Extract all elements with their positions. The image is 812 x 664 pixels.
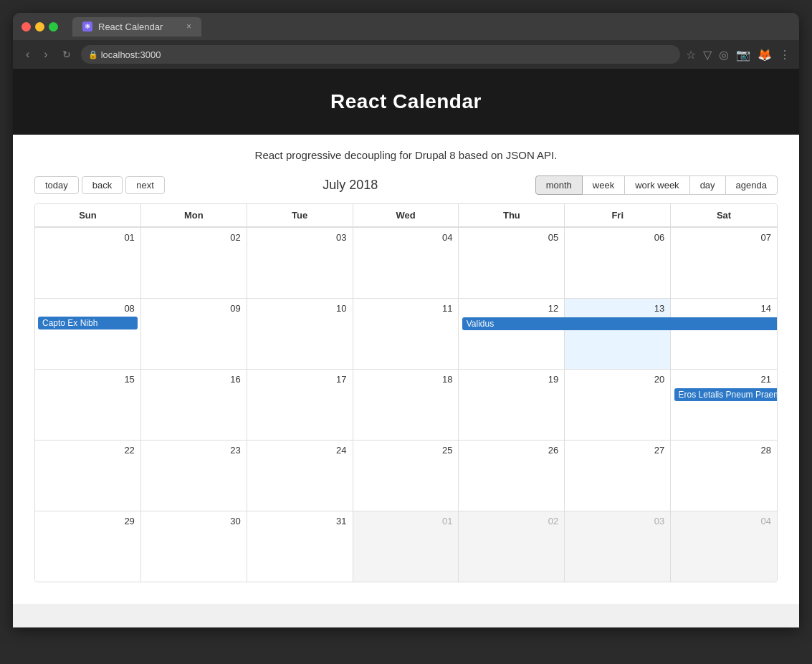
back-nav-button[interactable]: back	[82, 176, 123, 194]
cell-jul-02[interactable]: 02	[141, 228, 247, 298]
tab-title: React Calendar	[98, 21, 163, 32]
view-day-button[interactable]: day	[689, 175, 726, 195]
calendar-controls: today back next July 2018 month week wor…	[34, 175, 778, 195]
cell-jul-19[interactable]: 19	[459, 370, 565, 440]
cell-jul-29[interactable]: 29	[35, 511, 141, 582]
back-button[interactable]: ‹	[22, 45, 34, 64]
cell-aug-03[interactable]: 03	[565, 511, 671, 582]
cell-jul-06[interactable]: 06	[565, 228, 671, 298]
toolbar-icons: ☆ ▽ ◎ 📷 🦊 ⋮	[686, 48, 790, 62]
day-header-sun: Sun	[35, 204, 141, 228]
ext-icon-3[interactable]: 📷	[736, 48, 750, 62]
view-agenda-button[interactable]: agenda	[725, 175, 778, 195]
day-header-wed: Wed	[353, 204, 459, 228]
ext-icon-2[interactable]: ◎	[719, 48, 729, 62]
day-header-mon: Mon	[141, 204, 247, 228]
app-title: React Calendar	[34, 90, 778, 113]
refresh-button[interactable]: ↻	[58, 46, 75, 63]
browser-window: ⚛ React Calendar × ‹ › ↻ 🔒 ☆ ▽ ◎ 📷 🦊 ⋮ R…	[13, 13, 799, 627]
app-header: React Calendar	[13, 69, 799, 135]
tab-favicon: ⚛	[82, 21, 92, 32]
cell-aug-04[interactable]: 04	[671, 511, 777, 582]
event-capto-ex-nibh[interactable]: Capto Ex Nibh	[38, 317, 138, 329]
cell-jul-11[interactable]: 11	[353, 299, 459, 369]
cell-jul-28[interactable]: 28	[671, 441, 777, 511]
nav-buttons: today back next	[34, 176, 165, 194]
cell-jul-08[interactable]: 08 Capto Ex Nibh	[35, 299, 141, 369]
menu-icon[interactable]: ⋮	[779, 48, 790, 62]
calendar-week-1: 01 02 03 04 05 06 07	[35, 228, 777, 299]
cell-jul-17[interactable]: 17	[247, 370, 353, 440]
cell-jul-07[interactable]: 07	[671, 228, 777, 298]
cell-jul-04[interactable]: 04	[353, 228, 459, 298]
cell-jul-26[interactable]: 26	[459, 441, 565, 511]
cell-jul-03[interactable]: 03	[247, 228, 353, 298]
next-nav-button[interactable]: next	[125, 176, 165, 194]
minimize-button[interactable]	[35, 22, 44, 32]
calendar-week-5: 29 30 31 01 02 03 04	[35, 511, 777, 582]
tab-close-icon[interactable]: ×	[186, 21, 191, 32]
address-bar[interactable]	[81, 45, 680, 64]
cell-jul-27[interactable]: 27	[565, 441, 671, 511]
browser-toolbar: ‹ › ↻ 🔒 ☆ ▽ ◎ 📷 🦊 ⋮	[13, 40, 799, 69]
browser-titlebar: ⚛ React Calendar ×	[13, 13, 799, 40]
event-validus-start[interactable]: Validus	[462, 317, 778, 330]
cell-jul-14[interactable]: 14	[671, 299, 777, 369]
view-buttons: month week work week day agenda	[536, 175, 778, 195]
cell-jul-30[interactable]: 30	[141, 511, 247, 582]
day-header-fri: Fri	[565, 204, 671, 228]
maximize-button[interactable]	[49, 22, 58, 32]
calendar-week-4: 22 23 24 25 26 27 28	[35, 441, 777, 511]
calendar-week-2: 08 Capto Ex Nibh 09 10 Validus 11	[35, 299, 777, 370]
tab-bar: ⚛ React Calendar ×	[72, 17, 790, 37]
calendar-week-3: 15 16 17 18 Eros Letalis Pneum Praemitto…	[35, 370, 777, 441]
ext-icon-1[interactable]: ▽	[703, 48, 712, 62]
cell-jul-20[interactable]: 20	[565, 370, 671, 440]
ext-icon-4[interactable]: 🦊	[758, 48, 772, 62]
subtitle: React progressive decoupling for Drupal …	[34, 149, 778, 161]
today-button[interactable]: today	[34, 176, 79, 194]
cell-jul-23[interactable]: 23	[141, 441, 247, 511]
cell-jul-09[interactable]: 09	[141, 299, 247, 369]
day-header-tue: Tue	[247, 204, 353, 228]
cell-aug-02[interactable]: 02	[459, 511, 565, 582]
address-bar-wrapper: 🔒	[81, 45, 680, 64]
cell-jul-18[interactable]: 18 Eros Letalis Pneum Praemitto	[353, 370, 459, 440]
month-title: July 2018	[323, 178, 378, 193]
browser-tab[interactable]: ⚛ React Calendar ×	[72, 17, 201, 37]
close-button[interactable]	[22, 22, 31, 32]
view-workweek-button[interactable]: work week	[624, 175, 689, 195]
forward-button[interactable]: ›	[39, 45, 52, 64]
event-eros-letalis[interactable]: Eros Letalis Pneum Praemitto	[674, 388, 778, 401]
cell-jul-21[interactable]: 21	[671, 370, 777, 440]
bookmark-icon[interactable]: ☆	[686, 48, 696, 62]
view-week-button[interactable]: week	[582, 175, 625, 195]
view-month-button[interactable]: month	[535, 175, 583, 195]
cell-jul-13[interactable]: 13	[565, 299, 671, 369]
cell-jul-31[interactable]: 31	[247, 511, 353, 582]
calendar-header-row: Sun Mon Tue Wed Thu Fri Sat	[35, 204, 777, 228]
cell-jul-10[interactable]: 10 Validus	[247, 299, 353, 369]
cell-aug-01[interactable]: 01	[353, 511, 459, 582]
traffic-lights	[22, 22, 58, 32]
day-header-thu: Thu	[459, 204, 565, 228]
calendar-grid: Sun Mon Tue Wed Thu Fri Sat 01 02 03 04 …	[34, 203, 778, 582]
app-body: React progressive decoupling for Drupal …	[13, 135, 799, 604]
browser-content: React Calendar React progressive decoupl…	[13, 69, 799, 627]
cell-jul-22[interactable]: 22	[35, 441, 141, 511]
cell-jul-12[interactable]: 12	[459, 299, 565, 369]
cell-jul-24[interactable]: 24	[247, 441, 353, 511]
lock-icon: 🔒	[88, 50, 98, 59]
cell-jul-16[interactable]: 16	[141, 370, 247, 440]
cell-jul-01[interactable]: 01	[35, 228, 141, 298]
cell-jul-05[interactable]: 05	[459, 228, 565, 298]
cell-jul-15[interactable]: 15	[35, 370, 141, 440]
cell-jul-25[interactable]: 25	[353, 441, 459, 511]
day-header-sat: Sat	[671, 204, 777, 228]
